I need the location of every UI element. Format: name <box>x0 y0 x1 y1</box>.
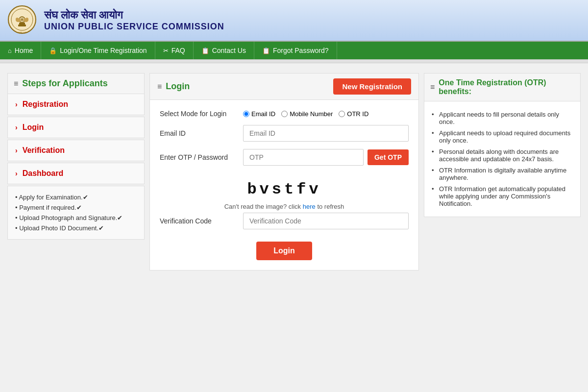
login-chevron-icon: › <box>15 123 18 131</box>
step-dashboard-label: Dashboard <box>23 169 64 178</box>
radio-email-label: Email ID <box>251 110 275 118</box>
verification-input[interactable] <box>243 213 409 229</box>
radio-email[interactable] <box>243 111 249 117</box>
verification-row: Verification Code <box>160 213 409 229</box>
login-header: ≡ Login New Registration <box>150 74 418 100</box>
captcha-refresh-link[interactable]: here <box>303 203 316 210</box>
bullet-upload-id: Upload Photo ID Document.✔ <box>15 223 137 233</box>
get-otp-button[interactable]: Get OTP <box>368 149 409 165</box>
nav-login-label: Login/One Time Registration <box>60 47 147 54</box>
email-row: Email ID <box>160 125 409 142</box>
radio-otr-label: OTR ID <box>347 110 368 118</box>
login-panel: ≡ Login New Registration Select Mode for… <box>149 73 419 270</box>
lock-icon: 🔒 <box>49 47 57 54</box>
dashboard-bullets: Apply for Examination.✔ Payment if requi… <box>7 186 145 240</box>
otr-benefit-3: Personal details along with documents ar… <box>432 146 573 165</box>
otp-input-group: Get OTP <box>243 149 409 166</box>
captcha-refresh-text: Can't read the image? click here to refr… <box>160 203 409 210</box>
select-mode-label: Select Mode for Login <box>160 110 238 118</box>
otp-input[interactable] <box>243 149 364 166</box>
svg-point-12 <box>25 18 28 21</box>
radio-mobile-label: Mobile Number <box>290 110 333 118</box>
step-login[interactable]: › Login <box>7 117 145 138</box>
nav-login[interactable]: 🔒 Login/One Time Registration <box>41 42 155 59</box>
login-header-left: ≡ Login <box>157 81 190 92</box>
nav-home[interactable]: ⌂ Home <box>0 42 41 59</box>
bullet-apply: Apply for Examination.✔ <box>15 192 137 202</box>
otr-title: One Time Registration (OTR) benefits: <box>439 78 574 96</box>
login-hamburger-icon: ≡ <box>157 82 162 91</box>
radio-otr[interactable] <box>339 111 345 117</box>
login-mode-options: Email ID Mobile Number OTR ID <box>243 110 368 118</box>
svg-point-11 <box>16 18 19 21</box>
login-title: Login <box>166 81 190 92</box>
login-button[interactable]: Login <box>256 242 312 260</box>
step-registration-label: Registration <box>23 100 68 109</box>
registration-chevron-icon: › <box>15 100 18 108</box>
emblem-logo: सत्यमेव जयते <box>7 5 37 36</box>
captcha-image: bvstfv <box>237 178 331 201</box>
otr-benefit-2: Applicant needs to upload required docum… <box>432 127 573 146</box>
steps-panel-header: ≡ Steps for Applicants <box>7 73 145 94</box>
nav-faq[interactable]: ✂ FAQ <box>155 42 194 59</box>
faq-icon: ✂ <box>163 47 169 54</box>
otr-benefit-5: OTR Information get automatically popula… <box>432 183 573 209</box>
nav-faq-label: FAQ <box>172 47 185 54</box>
steps-panel: ≡ Steps for Applicants › Registration › … <box>7 73 145 270</box>
steps-panel-title: Steps for Applicants <box>22 78 107 89</box>
otp-label: Enter OTP / Password <box>160 153 238 161</box>
header-title: संघ लोक सेवा आयोग UNION PUBLIC SERVICE C… <box>44 9 224 32</box>
nav-forgot-label: Forgot Password? <box>273 47 329 54</box>
hindi-title: संघ लोक सेवा आयोग <box>44 9 224 22</box>
radio-email-option[interactable]: Email ID <box>243 110 275 118</box>
otr-benefits-list: Applicant needs to fill personal details… <box>424 101 580 217</box>
main-nav: ⌂ Home 🔒 Login/One Time Registration ✂ F… <box>0 42 588 59</box>
page-header: सत्यमेव जयते संघ लोक सेवा आयोग UNION PUB… <box>0 0 588 42</box>
nav-separator <box>0 59 588 63</box>
step-dashboard[interactable]: › Dashboard <box>7 163 145 184</box>
nav-home-label: Home <box>15 47 33 54</box>
verification-chevron-icon: › <box>15 147 18 154</box>
main-content: ≡ Steps for Applicants › Registration › … <box>0 66 588 278</box>
select-mode-row: Select Mode for Login Email ID Mobile Nu… <box>160 110 409 118</box>
step-verification-label: Verification <box>23 146 65 155</box>
forgot-icon: 📋 <box>262 47 270 54</box>
otr-benefit-4: OTR Information is digitally available a… <box>432 165 573 183</box>
bullet-payment: Payment if required.✔ <box>15 202 137 213</box>
nav-forgot[interactable]: 📋 Forgot Password? <box>254 42 337 59</box>
email-label: Email ID <box>160 129 238 137</box>
dashboard-chevron-icon: › <box>15 170 18 177</box>
login-button-row: Login <box>160 237 409 260</box>
step-login-label: Login <box>23 123 44 132</box>
home-icon: ⌂ <box>8 47 12 54</box>
verification-label: Verification Code <box>160 217 238 225</box>
otr-box: ≡ One Time Registration (OTR) benefits: … <box>424 73 581 217</box>
email-input[interactable] <box>243 125 409 142</box>
new-registration-button[interactable]: New Registration <box>333 78 411 95</box>
otr-panel: ≡ One Time Registration (OTR) benefits: … <box>424 73 581 270</box>
login-box: ≡ Login New Registration Select Mode for… <box>149 73 419 270</box>
radio-otr-option[interactable]: OTR ID <box>339 110 368 118</box>
contact-icon: 📋 <box>201 47 209 54</box>
svg-text:सत्यमेव जयते: सत्यमेव जयते <box>17 31 27 34</box>
steps-hamburger-icon: ≡ <box>14 79 18 88</box>
otp-row: Enter OTP / Password Get OTP <box>160 149 409 166</box>
otr-benefit-1: Applicant needs to fill personal details… <box>432 109 573 127</box>
captcha-section: bvstfv Can't read the image? click here … <box>160 173 409 213</box>
radio-mobile-option[interactable]: Mobile Number <box>281 110 333 118</box>
radio-mobile[interactable] <box>281 111 288 117</box>
step-verification[interactable]: › Verification <box>7 140 145 161</box>
login-form: Select Mode for Login Email ID Mobile Nu… <box>150 100 418 270</box>
otr-header: ≡ One Time Registration (OTR) benefits: <box>424 74 580 101</box>
step-registration[interactable]: › Registration <box>7 94 145 115</box>
nav-contact-label: Contact Us <box>212 47 246 54</box>
otr-hamburger-icon: ≡ <box>430 83 435 92</box>
nav-contact[interactable]: 📋 Contact Us <box>194 42 254 59</box>
english-title: UNION PUBLIC SERVICE COMMISSION <box>44 22 224 32</box>
bullet-upload-photo: Upload Photograph and Signature.✔ <box>15 213 137 223</box>
